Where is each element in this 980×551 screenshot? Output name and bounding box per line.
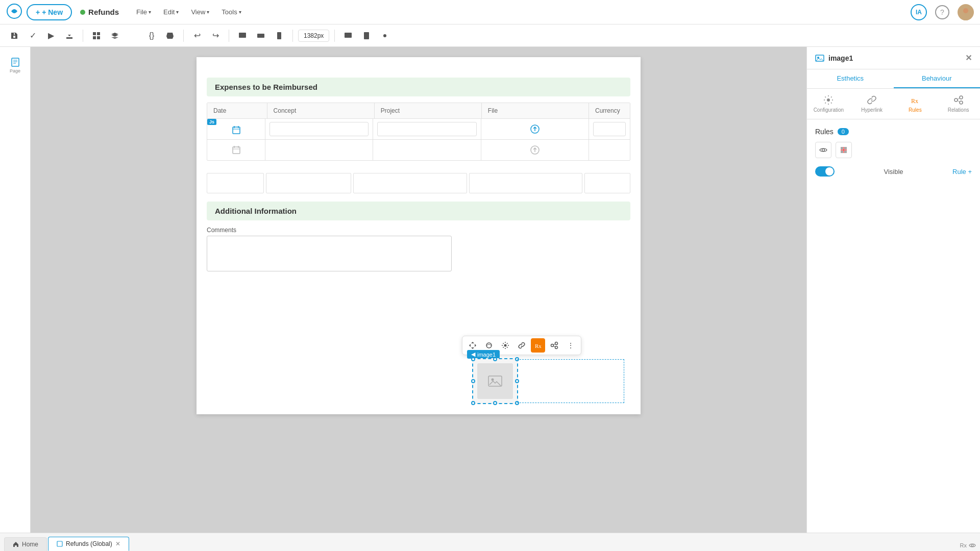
redo-button[interactable]: ↪	[207, 28, 224, 44]
top-nav: + + New Refunds File ▾ Edit ▾ View ▾ Too…	[0, 0, 980, 24]
tab-close-button[interactable]: ✕	[115, 540, 120, 547]
panel-image-icon	[815, 54, 824, 63]
sidebar-page-icon[interactable]: Page	[5, 55, 26, 76]
td-project-1[interactable]	[373, 119, 481, 139]
mobile-button[interactable]	[271, 28, 287, 44]
sep5	[334, 30, 335, 42]
check-button[interactable]: ✓	[24, 28, 41, 44]
td-concept-2[interactable]	[265, 140, 373, 160]
tablet-button[interactable]	[358, 28, 375, 44]
export-button[interactable]	[61, 28, 78, 44]
tablet-h-button[interactable]	[253, 28, 269, 44]
svg-rect-18	[233, 127, 240, 134]
td-file-2[interactable]	[481, 140, 589, 160]
play-button[interactable]: ▶	[43, 28, 59, 44]
project-input-1[interactable]	[377, 122, 476, 136]
empty-cell-5[interactable]	[584, 173, 630, 193]
menu-view[interactable]: View ▾	[186, 6, 214, 18]
page-icon-small	[57, 541, 63, 547]
td-project-2[interactable]	[373, 140, 481, 160]
tab-refunds-global[interactable]: Refunds (Global) ✕	[48, 537, 129, 551]
rules-label: Rules	[815, 128, 834, 136]
html-button[interactable]	[162, 28, 178, 44]
left-sidebar: Page	[0, 47, 31, 533]
resize-handle-tc[interactable]	[493, 357, 497, 361]
settings-button[interactable]	[377, 28, 393, 44]
td-concept-1[interactable]	[265, 119, 373, 139]
rules-icon-btn[interactable]: Rx Rules	[894, 89, 937, 119]
save-button[interactable]	[6, 28, 22, 44]
help-icon[interactable]: ?	[935, 5, 949, 19]
logo-icon[interactable]	[6, 3, 22, 21]
tab-behaviour[interactable]: Behaviour	[894, 69, 981, 88]
th-currency: Currency	[589, 103, 630, 118]
grid-rule-btn[interactable]	[836, 142, 852, 158]
concept-input-1[interactable]	[270, 122, 369, 136]
tab-home[interactable]: Home	[4, 537, 47, 551]
td-currency-2[interactable]	[589, 140, 630, 160]
desktop-alt-button[interactable]	[340, 28, 356, 44]
layers-button[interactable]	[107, 28, 123, 44]
svg-point-1	[960, 14, 972, 20]
nav-menu: File ▾ Edit ▾ View ▾ Tools ▾	[131, 6, 247, 18]
empty-cell-1[interactable]	[207, 173, 264, 193]
menu-file[interactable]: File ▾	[131, 6, 156, 18]
sep1	[83, 30, 83, 42]
td-currency-1[interactable]	[589, 119, 630, 139]
add-rule-button[interactable]: Rule +	[952, 168, 972, 176]
new-button[interactable]: + + New	[27, 4, 72, 20]
canvas-area[interactable]: Expenses to be Reimbursed Date Concept P…	[31, 47, 806, 533]
image-element[interactable]	[472, 358, 518, 404]
app-name-label: Refunds	[88, 8, 119, 16]
svg-point-31	[551, 344, 554, 347]
eye-rule-btn[interactable]	[815, 142, 831, 158]
config-icon-btn[interactable]: Configuration	[807, 89, 850, 119]
ia-badge[interactable]: IA	[911, 4, 927, 20]
grid-button[interactable]	[88, 28, 105, 44]
svg-point-40	[827, 98, 830, 102]
resize-handle-mr[interactable]	[515, 379, 519, 383]
svg-point-32	[555, 342, 558, 345]
resize-handle-ml[interactable]	[471, 379, 475, 383]
svg-point-37	[492, 379, 494, 381]
resize-handle-br[interactable]	[515, 401, 519, 405]
svg-rect-7	[97, 36, 100, 39]
relations-label-icon: Relations	[948, 107, 969, 113]
desktop-button[interactable]	[234, 28, 251, 44]
data-button[interactable]	[125, 28, 141, 44]
home-icon	[13, 541, 19, 547]
empty-cell-4[interactable]	[469, 173, 582, 193]
img-more-btn[interactable]: ⋮	[564, 338, 578, 353]
resize-handle-bc[interactable]	[493, 401, 497, 405]
menu-edit[interactable]: Edit ▾	[158, 6, 184, 18]
menu-tools[interactable]: Tools ▾	[216, 6, 246, 18]
empty-cell-3[interactable]	[353, 173, 467, 193]
sep3	[229, 30, 229, 42]
empty-cell-2[interactable]	[266, 173, 351, 193]
svg-text:Rx: Rx	[535, 343, 542, 349]
hyperlink-icon-btn[interactable]: Hyperlink	[850, 89, 894, 119]
relations-icon-btn[interactable]: Relations	[937, 89, 980, 119]
code-button[interactable]: {}	[143, 28, 160, 44]
img-settings-btn[interactable]	[498, 338, 512, 353]
resize-handle-tl[interactable]	[471, 357, 475, 361]
visible-toggle[interactable]	[815, 166, 835, 177]
panel-header: image1 ✕	[807, 47, 980, 69]
hyperlink-label: Hyperlink	[861, 107, 883, 113]
img-link-btn[interactable]	[514, 338, 529, 353]
resize-handle-tr[interactable]	[515, 357, 519, 361]
tab-esthetics[interactable]: Esthetics	[807, 69, 894, 88]
svg-point-11	[279, 38, 280, 39]
avatar[interactable]	[958, 4, 974, 20]
px-display[interactable]: 1382px	[298, 30, 329, 42]
undo-button[interactable]: ↩	[189, 28, 205, 44]
comments-textarea[interactable]	[207, 236, 452, 271]
img-connect-btn[interactable]	[547, 338, 561, 353]
svg-text:Rx: Rx	[911, 97, 918, 105]
td-file-1[interactable]	[481, 119, 589, 139]
close-panel-button[interactable]: ✕	[965, 53, 972, 63]
resize-handle-bl[interactable]	[471, 401, 475, 405]
img-rules-btn[interactable]: Rx	[531, 338, 545, 353]
dashed-extend	[517, 359, 624, 403]
currency-input-1[interactable]	[593, 122, 626, 136]
